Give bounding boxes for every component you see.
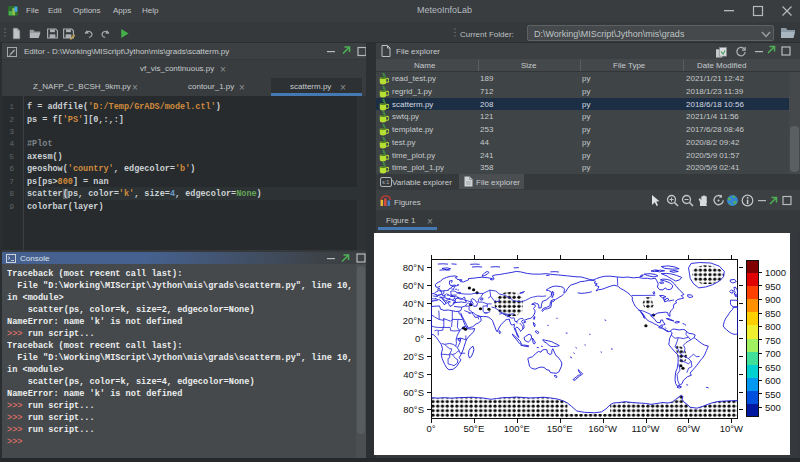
svg-text:s:1: s:1	[382, 179, 389, 185]
